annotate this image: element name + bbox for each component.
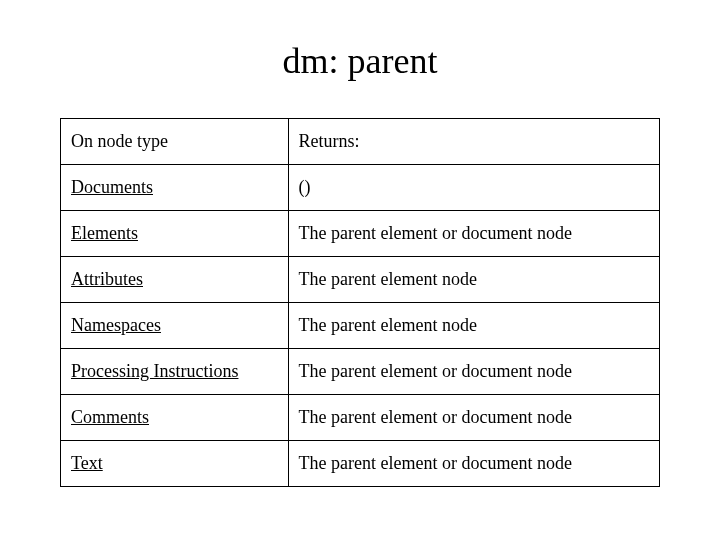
- cell-returns: (): [288, 165, 659, 211]
- cell-returns: The parent element or document node: [288, 349, 659, 395]
- table-row: Elements The parent element or document …: [61, 211, 660, 257]
- table-row: Text The parent element or document node: [61, 441, 660, 487]
- cell-node-type: Comments: [61, 395, 289, 441]
- cell-node-type: Elements: [61, 211, 289, 257]
- cell-returns: The parent element node: [288, 303, 659, 349]
- page-title: dm: parent: [60, 40, 660, 82]
- cell-node-type: Attributes: [61, 257, 289, 303]
- cell-node-type: Processing Instructions: [61, 349, 289, 395]
- cell-returns: The parent element or document node: [288, 395, 659, 441]
- cell-node-type: Documents: [61, 165, 289, 211]
- parent-accessor-table: On node type Returns: Documents () Eleme…: [60, 118, 660, 487]
- table-row: Documents (): [61, 165, 660, 211]
- cell-returns: The parent element or document node: [288, 211, 659, 257]
- cell-node-type: Text: [61, 441, 289, 487]
- table-row: Processing Instructions The parent eleme…: [61, 349, 660, 395]
- header-returns: Returns:: [288, 119, 659, 165]
- table-row: Namespaces The parent element node: [61, 303, 660, 349]
- cell-node-type: Namespaces: [61, 303, 289, 349]
- header-node-type: On node type: [61, 119, 289, 165]
- table-row: Attributes The parent element node: [61, 257, 660, 303]
- table-row: Comments The parent element or document …: [61, 395, 660, 441]
- cell-returns: The parent element or document node: [288, 441, 659, 487]
- table-header-row: On node type Returns:: [61, 119, 660, 165]
- cell-returns: The parent element node: [288, 257, 659, 303]
